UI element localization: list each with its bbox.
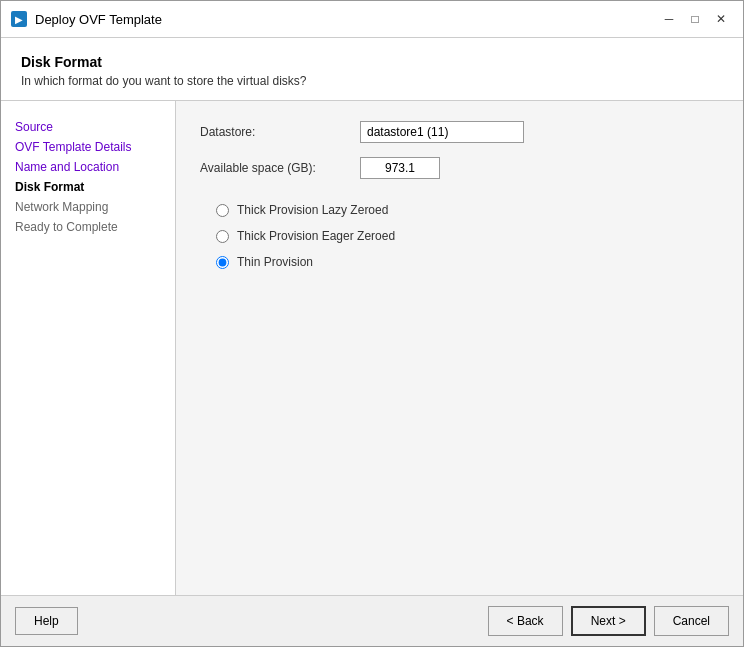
radio-thick-lazy-label: Thick Provision Lazy Zeroed xyxy=(237,203,388,217)
minimize-button[interactable]: ─ xyxy=(657,9,681,29)
window-title: Deploy OVF Template xyxy=(35,12,649,27)
maximize-button[interactable]: □ xyxy=(683,9,707,29)
datastore-row: Datastore: xyxy=(200,121,719,143)
back-button[interactable]: < Back xyxy=(488,606,563,636)
sidebar-item-source[interactable]: Source xyxy=(1,117,175,137)
sidebar: Source OVF Template Details Name and Loc… xyxy=(1,101,176,595)
sidebar-item-disk-format: Disk Format xyxy=(1,177,175,197)
radio-thick-eager-input[interactable] xyxy=(216,230,229,243)
main-panel: Datastore: Available space (GB): Thick P… xyxy=(176,101,743,595)
header-section: Disk Format In which format do you want … xyxy=(1,38,743,101)
deploy-ovf-window: ▶ Deploy OVF Template ─ □ ✕ Disk Format … xyxy=(0,0,744,647)
radio-thick-lazy-input[interactable] xyxy=(216,204,229,217)
sidebar-item-name-and-location[interactable]: Name and Location xyxy=(1,157,175,177)
provision-radio-group: Thick Provision Lazy Zeroed Thick Provis… xyxy=(200,203,719,269)
available-space-label: Available space (GB): xyxy=(200,161,360,175)
radio-thick-lazy[interactable]: Thick Provision Lazy Zeroed xyxy=(216,203,719,217)
page-subtitle: In which format do you want to store the… xyxy=(21,74,723,88)
radio-thick-eager[interactable]: Thick Provision Eager Zeroed xyxy=(216,229,719,243)
sidebar-item-ovf-template-details[interactable]: OVF Template Details xyxy=(1,137,175,157)
title-bar-controls: ─ □ ✕ xyxy=(657,9,733,29)
radio-thick-eager-label: Thick Provision Eager Zeroed xyxy=(237,229,395,243)
footer-right: < Back Next > Cancel xyxy=(488,606,729,636)
sidebar-item-network-mapping: Network Mapping xyxy=(1,197,175,217)
title-bar: ▶ Deploy OVF Template ─ □ ✕ xyxy=(1,1,743,38)
footer-left: Help xyxy=(15,607,78,635)
radio-thin[interactable]: Thin Provision xyxy=(216,255,719,269)
available-space-row: Available space (GB): xyxy=(200,157,719,179)
window-icon: ▶ xyxy=(11,11,27,27)
datastore-input[interactable] xyxy=(360,121,524,143)
radio-thin-label: Thin Provision xyxy=(237,255,313,269)
sidebar-item-ready-to-complete: Ready to Complete xyxy=(1,217,175,237)
close-button[interactable]: ✕ xyxy=(709,9,733,29)
help-button[interactable]: Help xyxy=(15,607,78,635)
datastore-label: Datastore: xyxy=(200,125,360,139)
next-button[interactable]: Next > xyxy=(571,606,646,636)
content-area: Source OVF Template Details Name and Loc… xyxy=(1,101,743,595)
available-space-input xyxy=(360,157,440,179)
page-title: Disk Format xyxy=(21,54,723,70)
footer: Help < Back Next > Cancel xyxy=(1,595,743,646)
cancel-button[interactable]: Cancel xyxy=(654,606,729,636)
radio-thin-input[interactable] xyxy=(216,256,229,269)
